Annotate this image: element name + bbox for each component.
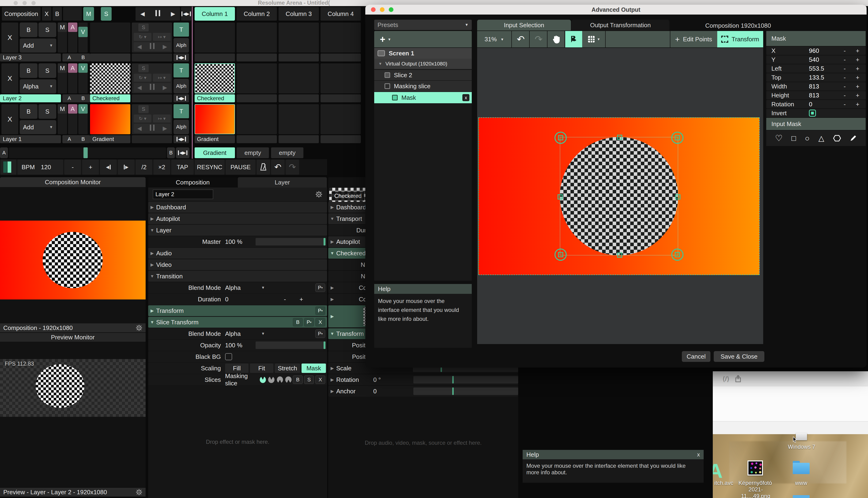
- beat-nudge-forward-button[interactable]: ▶: [118, 160, 135, 174]
- layer-a-button[interactable]: A: [68, 63, 77, 73]
- clip-cell[interactable]: [236, 23, 277, 53]
- tab-composition[interactable]: Composition: [148, 177, 237, 187]
- desktop-label[interactable]: itch.avc: [713, 480, 741, 486]
- layer-v-button[interactable]: V: [78, 27, 88, 37]
- layer-name-bar[interactable]: Layer 1: [0, 135, 61, 143]
- composition-b-button[interactable]: B: [53, 7, 62, 21]
- master-value[interactable]: 100 %: [225, 238, 256, 246]
- gear-icon[interactable]: [136, 325, 142, 331]
- layer-bypass-button[interactable]: B: [20, 104, 38, 119]
- save-close-button[interactable]: Save & Close: [714, 351, 764, 362]
- dialog-titlebar[interactable]: Advanced Output: [365, 5, 867, 15]
- clip-cell-label[interactable]: Checkered: [194, 94, 235, 102]
- transform-button[interactable]: Transform: [717, 31, 763, 48]
- gear-icon[interactable]: [136, 489, 142, 495]
- tree-item-masking-slice[interactable]: Masking slice: [374, 81, 472, 92]
- active-clip-label[interactable]: Checkered: [90, 94, 130, 102]
- clip-cell[interactable]: [236, 104, 277, 134]
- selection-edge-handle[interactable]: [558, 194, 563, 199]
- slice-quadrant-icon[interactable]: [268, 377, 274, 383]
- mask-x-value[interactable]: 960: [809, 47, 838, 54]
- tap-button[interactable]: TAP: [171, 160, 194, 174]
- column-clip-empty[interactable]: empty: [271, 147, 303, 158]
- slices-b-button[interactable]: B: [293, 376, 303, 384]
- circle-shape-icon[interactable]: ○: [805, 134, 810, 143]
- selection-edge-handle[interactable]: [675, 194, 680, 199]
- clip-cell[interactable]: [321, 63, 361, 93]
- scaling-fit-button[interactable]: Fit: [250, 364, 273, 373]
- scaling-stretch-button[interactable]: Stretch: [275, 364, 300, 373]
- desktop-icon-avc[interactable]: A: [713, 459, 727, 480]
- mask-tool-button[interactable]: [565, 31, 582, 48]
- composition-skip-buttons[interactable]: ◀▶: [181, 7, 191, 21]
- redo-icon[interactable]: ↷: [286, 160, 299, 174]
- param-animation-button[interactable]: P▾: [304, 318, 314, 326]
- layer-bus-buttons[interactable]: AB: [63, 94, 90, 102]
- increment-button[interactable]: +: [851, 83, 864, 90]
- edit-points-button[interactable]: + Edit Points: [670, 31, 717, 48]
- bpm-minus-button[interactable]: -: [64, 160, 81, 174]
- loop-mode-dropdown[interactable]: ↻ ▾: [134, 33, 151, 41]
- crossfader-a-button[interactable]: A: [0, 147, 8, 158]
- clip-s-button[interactable]: S: [138, 105, 149, 113]
- layer-eject-button[interactable]: X: [1, 23, 18, 53]
- layer-transition-button[interactable]: T: [174, 63, 189, 77]
- layer-v-button[interactable]: V: [78, 63, 88, 73]
- mask-selection-box[interactable]: [560, 137, 678, 255]
- main-close-button[interactable]: [14, 1, 18, 5]
- mask-top-value[interactable]: 133.5: [809, 74, 838, 81]
- loop-mode-dropdown[interactable]: ↻ ▾: [134, 74, 151, 82]
- increment-button[interactable]: +: [851, 92, 864, 99]
- column-1-header[interactable]: Column 1: [194, 7, 235, 21]
- remove-button[interactable]: X: [315, 318, 325, 326]
- slice-quadrant-icon[interactable]: [260, 377, 266, 383]
- tab-input-selection[interactable]: Input Selection: [477, 20, 571, 30]
- rotation-value[interactable]: 0 °: [373, 376, 413, 383]
- increment-button[interactable]: +: [851, 47, 864, 54]
- layer-bypass-button[interactable]: B: [20, 23, 38, 37]
- pause-button[interactable]: PAUSE: [226, 160, 256, 174]
- black-bg-checkbox[interactable]: [225, 353, 232, 360]
- hexagon-shape-icon[interactable]: [833, 135, 841, 142]
- layer-solo-button[interactable]: S: [39, 23, 56, 37]
- clip-transport[interactable]: ◀▶: [134, 83, 171, 92]
- desktop-label[interactable]: www: [793, 480, 810, 486]
- composition-s-button[interactable]: S: [101, 7, 112, 21]
- layer-name-bar[interactable]: Layer 2: [0, 94, 61, 102]
- section-transition[interactable]: ▼Transition: [148, 271, 327, 281]
- composition-blank-button[interactable]: [63, 7, 82, 21]
- section-autopilot[interactable]: ▶Autopilot: [148, 213, 327, 224]
- desktop-label[interactable]: Windows 7: [784, 444, 819, 450]
- section-audio[interactable]: ▶Audio: [148, 248, 327, 259]
- clip-cell[interactable]: [321, 23, 361, 53]
- composition-x-button[interactable]: X: [42, 7, 51, 21]
- duration-value[interactable]: 0: [225, 296, 277, 303]
- blend-mode-dropdown[interactable]: Alpha: [225, 330, 258, 338]
- selection-edge-handle[interactable]: [617, 135, 622, 140]
- composition-surface[interactable]: [478, 117, 760, 275]
- layer-bus-buttons[interactable]: AB: [63, 135, 90, 143]
- pan-hand-icon[interactable]: [548, 31, 565, 48]
- layer-solo-button[interactable]: S: [39, 104, 56, 119]
- matrix-tool-dropdown[interactable]: ▼: [583, 31, 606, 48]
- code-icon[interactable]: ⟨/⟩: [721, 375, 731, 383]
- layer-name-bar[interactable]: Layer 3: [0, 53, 61, 62]
- desktop-label[interactable]: 2021-11....49.png: [735, 486, 777, 498]
- decrement-button[interactable]: -: [838, 47, 851, 54]
- rotation-slider[interactable]: [413, 376, 518, 383]
- bpm-double-button[interactable]: ×2: [153, 160, 170, 174]
- layer-eject-button[interactable]: X: [1, 63, 18, 93]
- active-clip-label[interactable]: Gradient: [90, 135, 130, 143]
- slice-quadrant-icon[interactable]: [285, 377, 292, 383]
- increment-button[interactable]: +: [851, 74, 864, 81]
- crossfader-skip-buttons[interactable]: ◀▶: [176, 147, 189, 158]
- desktop-icon-folder-partial[interactable]: [793, 495, 810, 498]
- selection-corner-point[interactable]: [558, 252, 563, 257]
- opacity-value[interactable]: 100 %: [225, 342, 256, 349]
- scaling-fill-button[interactable]: Fill: [225, 364, 248, 373]
- slices-value[interactable]: Masking slice: [225, 372, 259, 387]
- column-2-header[interactable]: Column 2: [236, 7, 277, 21]
- master-slider[interactable]: [256, 238, 326, 246]
- share-icon[interactable]: [733, 374, 743, 383]
- layer-skip-buttons[interactable]: ◀▶: [174, 53, 189, 62]
